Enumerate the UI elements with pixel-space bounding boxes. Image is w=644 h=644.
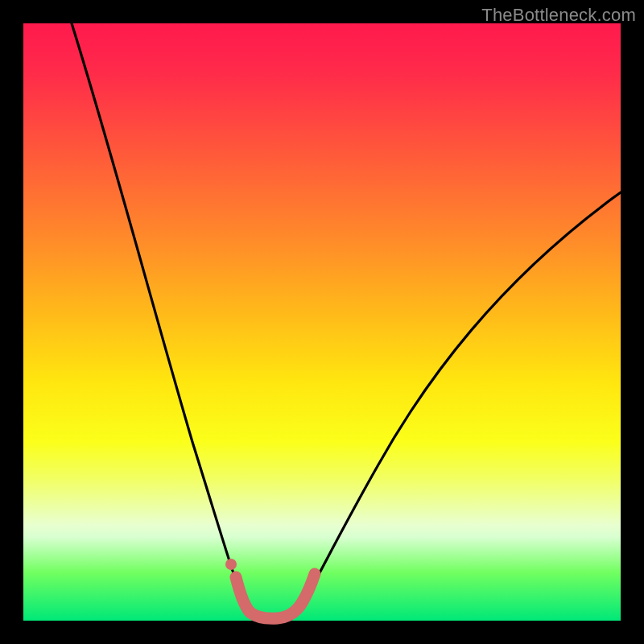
chart-svg (23, 23, 621, 621)
highlight-dot (225, 559, 237, 570)
chart-plot-area (23, 23, 621, 621)
watermark-text: TheBottleneck.com (481, 5, 636, 26)
bottleneck-curve-path (72, 23, 621, 617)
highlight-band-path (236, 574, 315, 618)
